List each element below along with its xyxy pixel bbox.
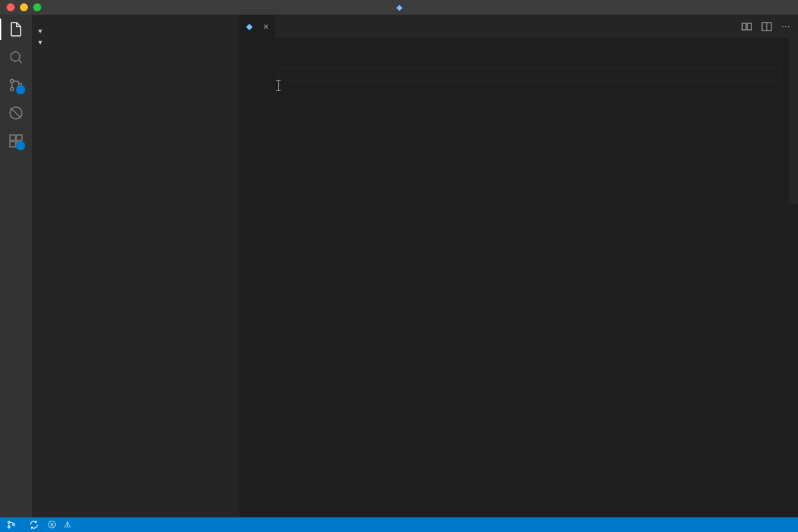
svg-point-2 bbox=[11, 80, 14, 83]
tab-api-wrapper[interactable]: ◆ × bbox=[239, 15, 276, 38]
svg-rect-7 bbox=[10, 135, 15, 140]
explorer-icon[interactable] bbox=[8, 21, 24, 37]
window-title: ◆ bbox=[0, 3, 798, 12]
svg-rect-8 bbox=[10, 142, 15, 147]
python-file-icon: ◆ bbox=[246, 21, 253, 31]
problems-status[interactable]: ⓧ⚠ bbox=[48, 519, 75, 531]
svg-point-3 bbox=[11, 88, 14, 91]
split-editor-icon[interactable] bbox=[761, 21, 772, 32]
code-content[interactable] bbox=[278, 38, 789, 517]
close-tab-icon[interactable]: × bbox=[263, 21, 269, 32]
debug-icon[interactable] bbox=[8, 105, 24, 121]
extensions-icon[interactable] bbox=[8, 133, 24, 149]
minimap[interactable] bbox=[789, 38, 798, 517]
svg-point-17 bbox=[13, 523, 15, 525]
file-tree[interactable] bbox=[32, 48, 239, 517]
ext-badge bbox=[16, 141, 25, 150]
svg-point-0 bbox=[11, 52, 20, 61]
sidebar-title bbox=[32, 15, 239, 25]
source-control-icon[interactable] bbox=[8, 77, 24, 93]
chevron-down-icon: ▾ bbox=[39, 39, 42, 46]
line-numbers bbox=[239, 38, 278, 517]
text-cursor bbox=[278, 80, 279, 91]
scm-badge bbox=[16, 85, 25, 94]
project-header[interactable]: ▾ bbox=[32, 37, 239, 48]
minimap-viewport[interactable] bbox=[789, 38, 798, 204]
sync-status[interactable] bbox=[29, 520, 39, 529]
branch-status[interactable] bbox=[7, 520, 20, 529]
svg-rect-11 bbox=[742, 23, 746, 30]
svg-rect-10 bbox=[17, 135, 22, 140]
sidebar: ▾ ▾ bbox=[32, 15, 239, 517]
chevron-down-icon: ▾ bbox=[39, 27, 42, 35]
code-editor[interactable] bbox=[239, 38, 798, 517]
editor: ◆ × ⋯ bbox=[239, 15, 798, 517]
search-icon[interactable] bbox=[8, 49, 24, 65]
svg-line-6 bbox=[11, 108, 21, 118]
svg-rect-12 bbox=[747, 23, 751, 30]
tab-bar: ◆ × ⋯ bbox=[239, 15, 798, 38]
more-actions-icon[interactable]: ⋯ bbox=[781, 21, 790, 31]
svg-point-16 bbox=[8, 526, 10, 528]
svg-line-1 bbox=[19, 60, 22, 63]
current-line-highlight bbox=[278, 68, 781, 80]
svg-point-15 bbox=[8, 521, 10, 523]
activity-bar bbox=[0, 15, 32, 517]
status-bar: ⓧ⚠ bbox=[0, 517, 798, 532]
open-editors-header[interactable]: ▾ bbox=[32, 25, 239, 37]
title-bar: ◆ bbox=[0, 0, 798, 15]
compare-changes-icon[interactable] bbox=[741, 21, 752, 32]
